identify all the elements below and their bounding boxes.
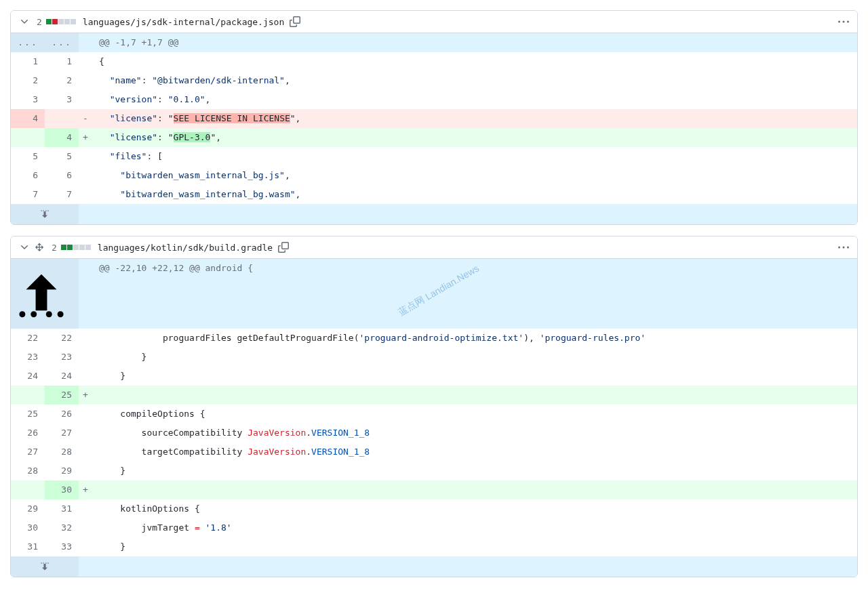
diff-marker [79,329,92,348]
line-number-new: 6 [45,166,79,185]
code-content: "license": "GPL-3.0", [92,128,857,147]
diff-marker [79,147,92,166]
svg-point-7 [58,311,64,317]
line-number-old [11,480,45,499]
svg-point-0 [41,210,42,211]
diff-marker [79,90,92,109]
file-path-link[interactable]: languages/kotlin/sdk/build.gradle [98,243,273,253]
diff-line-context[interactable]: 22 "name": "@bitwarden/sdk-internal", [11,71,857,90]
line-number-old: 2 [11,71,45,90]
line-number-old: 7 [11,185,45,204]
diff-line-context[interactable]: 2728 targetCompatibility JavaVersion.VER… [11,442,857,461]
diff-table: ......@@ -1,7 +1,7 @@11{22 "name": "@bit… [11,33,857,224]
line-number-new: 7 [45,185,79,204]
diff-marker [79,405,92,424]
code-content: jvmTarget = '1.8' [92,518,857,537]
diff-line-context[interactable]: 3133 } [11,537,857,556]
diff-table: @@ -22,10 +22,12 @@ android {2222 progua… [11,259,857,577]
diffstat [46,19,76,24]
line-number-old: 26 [11,424,45,442]
line-number-old: 25 [11,405,45,424]
expand-down-row[interactable] [11,204,857,224]
copy-icon[interactable] [290,16,300,27]
diff-marker [79,185,92,204]
line-number-old: 23 [11,348,45,367]
diff-line-context[interactable]: 3032 jvmTarget = '1.8' [11,518,857,537]
diff-file: 2languages/js/sdk-internal/package.json.… [10,10,858,225]
expand-up-button[interactable] [11,259,79,329]
diff-line-context[interactable]: 77 "bitwarden_wasm_internal_bg.wasm", [11,185,857,204]
line-number-new: 33 [45,537,79,556]
copy-icon[interactable] [278,242,289,253]
diff-line-context[interactable]: 2829 } [11,461,857,480]
line-number-old: 4 [11,109,45,128]
diff-line-removed[interactable]: 4- "license": "SEE LICENSE IN LICENSE", [11,109,857,128]
svg-point-8 [41,562,42,564]
code-content: targetCompatibility JavaVersion.VERSION_… [92,442,857,461]
diff-line-context[interactable]: 55 "files": [ [11,147,857,166]
svg-point-9 [43,562,44,564]
diff-marker [79,518,92,537]
file-path-link[interactable]: languages/js/sdk-internal/package.json [83,17,284,27]
code-content: { [92,52,857,71]
diff-line-context[interactable]: 2931 kotlinOptions { [11,499,857,518]
diff-line-context[interactable]: 2222 proguardFiles getDefaultProguardFil… [11,329,857,348]
diff-line-added[interactable]: 4+ "license": "GPL-3.0", [11,128,857,147]
more-icon[interactable] [838,16,849,27]
svg-point-2 [45,210,47,211]
diff-marker [79,424,92,442]
diff-line-context[interactable]: 33 "version": "0.1.0", [11,90,857,109]
diff-marker [79,348,92,367]
diff-marker [79,461,92,480]
line-number-new: 4 [45,128,79,147]
line-number-old: 28 [11,461,45,480]
diff-line-context[interactable]: 66 "bitwarden_wasm_internal_bg.js", [11,166,857,185]
svg-point-6 [46,311,52,317]
hunk-header: @@ -22,10 +22,12 @@ android { [11,259,857,329]
diff-line-context[interactable]: 11{ [11,52,857,71]
line-number-new: 27 [45,424,79,442]
line-number-new: 2 [45,71,79,90]
expand-down-row[interactable] [11,556,857,577]
diff-line-context[interactable]: 2526 compileOptions { [11,405,857,424]
code-content: "bitwarden_wasm_internal_bg.js", [92,166,857,185]
line-number-new: 22 [45,329,79,348]
expand-down-icon[interactable] [11,204,79,224]
svg-point-5 [31,311,37,317]
line-number-old: 1 [11,52,45,71]
svg-point-1 [43,210,44,211]
code-content: "bitwarden_wasm_internal_bg.wasm", [92,185,857,204]
line-number-old: 24 [11,367,45,386]
chevron-down-icon[interactable] [19,16,30,27]
line-number-old: 5 [11,147,45,166]
expand-down-icon[interactable] [11,556,79,577]
diff-line-context[interactable]: 2323 } [11,348,857,367]
line-number-new: 29 [45,461,79,480]
line-number-new: 31 [45,499,79,518]
svg-point-10 [45,562,47,564]
diff-line-context[interactable]: 2627 sourceCompatibility JavaVersion.VER… [11,424,857,442]
line-number-old: 31 [11,537,45,556]
diff-line-context[interactable]: 2424 } [11,367,857,386]
line-number-old: 22 [11,329,45,348]
diff-marker: + [79,480,92,499]
diff-marker [79,442,92,461]
file-header: 2languages/js/sdk-internal/package.json [11,11,857,33]
chevron-down-icon[interactable] [19,242,30,253]
diff-line-added[interactable]: 25+ [11,386,857,405]
diff-marker [79,499,92,518]
file-header: 2languages/kotlin/sdk/build.gradle [11,236,857,259]
expand-all-icon[interactable] [34,242,45,253]
svg-point-4 [19,311,25,317]
line-number-new: 25 [45,386,79,405]
code-content: "name": "@bitwarden/sdk-internal", [92,71,857,90]
line-number-old: 29 [11,499,45,518]
hunk-header: ......@@ -1,7 +1,7 @@ [11,33,857,52]
diff-marker: + [79,386,92,405]
code-content: sourceCompatibility JavaVersion.VERSION_… [92,424,857,442]
diff-line-added[interactable]: 30+ [11,480,857,499]
code-content: proguardFiles getDefaultProguardFile('pr… [92,329,857,348]
more-icon[interactable] [838,242,849,253]
diff-file: 2languages/kotlin/sdk/build.gradle@@ -22… [10,236,858,577]
code-content [92,480,857,499]
